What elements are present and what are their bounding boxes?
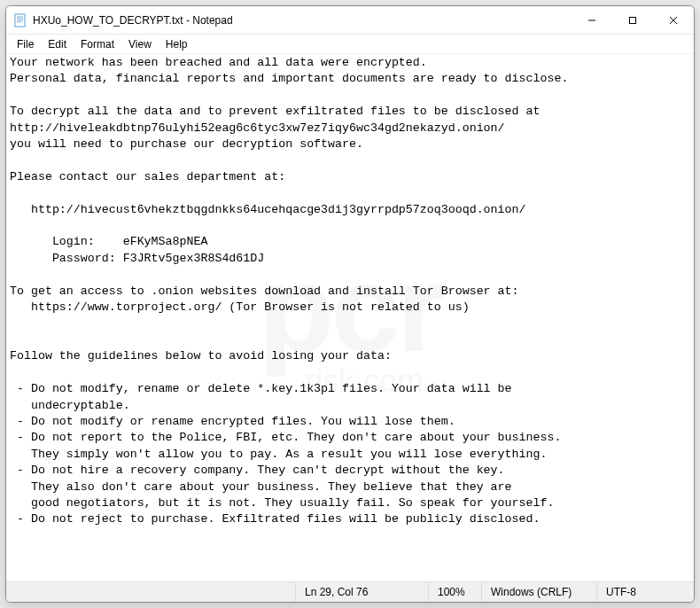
status-line-ending: Windows (CRLF) bbox=[481, 582, 596, 602]
document-text[interactable]: Your network has been breached and all d… bbox=[6, 54, 694, 529]
notepad-window: HXUo_HOW_TO_DECRYPT.txt - Notepad File E… bbox=[5, 5, 695, 603]
menubar: File Edit Format View Help bbox=[6, 35, 694, 54]
statusbar: Ln 29, Col 76 100% Windows (CRLF) UTF-8 bbox=[6, 581, 694, 602]
window-controls bbox=[572, 6, 694, 34]
text-area[interactable]: pcr risk.com Your network has been breac… bbox=[6, 54, 694, 581]
maximize-button[interactable] bbox=[612, 6, 653, 34]
menu-help[interactable]: Help bbox=[159, 36, 195, 52]
minimize-button[interactable] bbox=[572, 6, 612, 34]
titlebar[interactable]: HXUo_HOW_TO_DECRYPT.txt - Notepad bbox=[6, 6, 694, 35]
status-encoding: UTF-8 bbox=[596, 582, 694, 602]
menu-format[interactable]: Format bbox=[74, 36, 121, 52]
svg-rect-6 bbox=[630, 17, 636, 23]
menu-edit[interactable]: Edit bbox=[41, 36, 74, 52]
close-button[interactable] bbox=[653, 6, 694, 34]
status-zoom: 100% bbox=[428, 582, 481, 602]
window-title: HXUo_HOW_TO_DECRYPT.txt - Notepad bbox=[33, 14, 572, 27]
menu-file[interactable]: File bbox=[10, 36, 41, 52]
status-position: Ln 29, Col 76 bbox=[295, 582, 428, 602]
menu-view[interactable]: View bbox=[121, 36, 159, 52]
notepad-icon bbox=[13, 13, 27, 27]
